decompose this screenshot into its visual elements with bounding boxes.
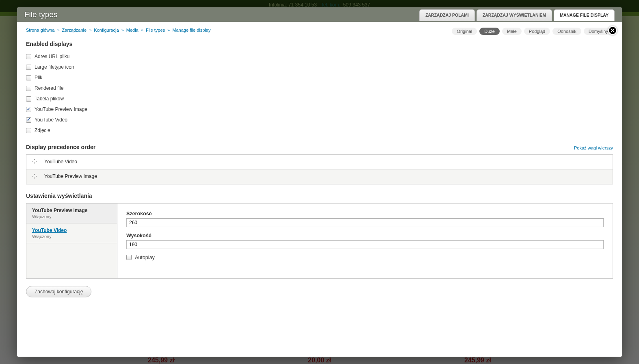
save-button[interactable]: Zachowaj konfigurację	[26, 286, 91, 297]
vtab-summary: Włączony	[32, 234, 111, 239]
vtabs-filler	[26, 243, 117, 278]
enabled-display-checkbox[interactable]	[26, 86, 31, 91]
secondary-tab[interactable]: Original	[452, 28, 477, 35]
display-settings-vtabs: YouTube Preview ImageWłączonyYouTube Vid…	[26, 203, 613, 279]
breadcrumb-link[interactable]: Media	[126, 28, 139, 32]
breadcrumb-separator: »	[56, 28, 61, 32]
enabled-display-label: Zdjęcie	[35, 128, 50, 133]
enabled-display-item: YouTube Preview Image	[26, 104, 613, 115]
enabled-display-label: Large filetype icon	[35, 64, 74, 70]
enabled-display-item: Zdjęcie	[26, 125, 613, 136]
settings-panel: Szerokość Wysokość Autoplay	[117, 204, 613, 278]
breadcrumb-separator: »	[120, 28, 125, 32]
autoplay-checkbox[interactable]	[126, 255, 132, 260]
secondary-tab[interactable]: Odnośnik	[552, 28, 581, 35]
height-field-row: Wysokość	[126, 233, 604, 249]
enabled-display-checkbox[interactable]	[26, 107, 31, 112]
height-input[interactable]	[126, 240, 604, 249]
breadcrumb-separator: »	[88, 28, 93, 32]
show-row-weights-link[interactable]: Pokaż wagi wierszy	[574, 145, 613, 150]
enabled-display-checkbox[interactable]	[26, 128, 31, 133]
enabled-display-checkbox[interactable]	[26, 117, 31, 123]
display-settings-heading: Ustawienia wyświetlania	[26, 193, 613, 199]
page-title: File types	[24, 10, 57, 19]
close-icon[interactable]	[608, 26, 617, 35]
precedence-label: YouTube Video	[44, 159, 77, 165]
vertical-tab[interactable]: YouTube Preview ImageWłączony	[26, 204, 117, 223]
autoplay-field-row: Autoplay	[126, 255, 604, 260]
table-row[interactable]: YouTube Video	[26, 155, 613, 169]
precedence-cell: YouTube Preview Image	[26, 169, 613, 184]
breadcrumb-separator: »	[166, 28, 171, 32]
enabled-display-checkbox[interactable]	[26, 65, 31, 70]
admin-overlay-modal: File types Zarządzaj polamiZarządzaj wyś…	[17, 7, 622, 357]
height-label: Wysokość	[126, 233, 604, 238]
vtabs-list: YouTube Preview ImageWłączonyYouTube Vid…	[26, 204, 117, 243]
secondary-tab[interactable]: Podgląd	[524, 28, 550, 35]
vtabs-sidebar: YouTube Preview ImageWłączonyYouTube Vid…	[26, 204, 117, 278]
enabled-display-label: Tabela plików	[35, 96, 64, 102]
enabled-displays-heading: Enabled displays	[26, 41, 613, 47]
modal-header: File types Zarządzaj polamiZarządzaj wyś…	[17, 7, 622, 22]
breadcrumb-link[interactable]: File types	[146, 28, 165, 32]
enabled-display-label: Rendered file	[35, 85, 63, 91]
enabled-display-label: YouTube Video	[35, 117, 67, 123]
enabled-display-checkbox[interactable]	[26, 96, 31, 102]
precedence-table: YouTube VideoYouTube Preview Image	[26, 154, 613, 184]
enabled-displays-list: Adres URL plikuLarge filetype iconPlikRe…	[26, 51, 613, 136]
enabled-display-item: YouTube Video	[26, 115, 613, 125]
vertical-tab[interactable]: YouTube VideoWłączony	[26, 223, 117, 243]
modal-body: OriginalDużeMałePodglądOdnośnikDomyślny …	[17, 22, 622, 357]
width-field-row: Szerokość	[126, 211, 604, 227]
precedence-heading: Display precedence order	[26, 144, 613, 150]
breadcrumb-separator: »	[140, 28, 145, 32]
vtab-title: YouTube Video	[32, 228, 111, 233]
enabled-display-item: Tabela plików	[26, 93, 613, 104]
width-label: Szerokość	[126, 211, 604, 217]
enabled-display-item: Large filetype icon	[26, 62, 613, 72]
enabled-display-item: Plik	[26, 72, 613, 83]
breadcrumb-link[interactable]: Zarządzanie	[62, 28, 87, 32]
primary-tab[interactable]: Manage file display	[554, 9, 615, 21]
breadcrumb-link[interactable]: Strona główna	[26, 28, 54, 32]
enabled-display-label: YouTube Preview Image	[35, 106, 87, 112]
table-row[interactable]: YouTube Preview Image	[26, 169, 613, 184]
primary-tab[interactable]: Zarządzaj polami	[419, 9, 475, 21]
enabled-display-label: Plik	[35, 75, 42, 80]
enabled-display-checkbox[interactable]	[26, 75, 31, 80]
width-input[interactable]	[126, 218, 604, 227]
breadcrumb-link[interactable]: Manage file display	[172, 28, 210, 32]
enabled-display-item: Adres URL pliku	[26, 51, 613, 62]
primary-tabs: Zarządzaj polamiZarządzaj wyświetlaniemM…	[419, 9, 615, 20]
breadcrumb-link[interactable]: Konfiguracja	[94, 28, 119, 32]
primary-tab[interactable]: Zarządzaj wyświetlaniem	[477, 9, 552, 21]
vtab-title: YouTube Preview Image	[32, 208, 111, 213]
secondary-tab[interactable]: Duże	[479, 28, 500, 35]
drag-handle-icon[interactable]	[32, 159, 38, 165]
autoplay-label: Autoplay	[135, 255, 155, 260]
vtab-summary: Włączony	[32, 214, 111, 219]
enabled-display-checkbox[interactable]	[26, 54, 31, 59]
enabled-display-item: Rendered file	[26, 83, 613, 93]
enabled-display-label: Adres URL pliku	[35, 54, 69, 59]
precedence-cell: YouTube Video	[26, 155, 613, 169]
secondary-tabs: OriginalDużeMałePodglądOdnośnikDomyślny	[452, 28, 613, 35]
precedence-label: YouTube Preview Image	[44, 173, 97, 179]
secondary-tab[interactable]: Małe	[502, 28, 522, 35]
drag-handle-icon[interactable]	[32, 174, 38, 180]
